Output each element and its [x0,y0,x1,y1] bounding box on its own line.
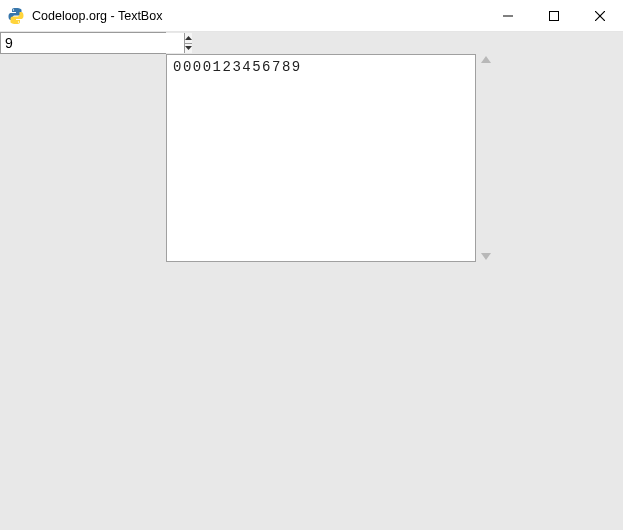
textbox-scrollbar[interactable] [476,54,496,262]
textbox[interactable]: 0000123456789 [166,54,476,262]
textbox-container: 0000123456789 [166,54,496,262]
scroll-down-icon[interactable] [481,253,491,260]
window-title: Codeloop.org - TextBox [32,9,485,23]
maximize-button[interactable] [531,0,577,31]
window-controls [485,0,623,31]
python-icon [8,8,24,24]
spinbox-down-button[interactable] [185,44,192,54]
svg-marker-4 [185,36,192,40]
spinbox-input[interactable] [1,33,184,53]
spinbox[interactable] [0,32,166,54]
titlebar: Codeloop.org - TextBox [0,0,623,32]
svg-rect-1 [550,11,559,20]
minimize-button[interactable] [485,0,531,31]
spinbox-up-button[interactable] [185,33,192,44]
close-button[interactable] [577,0,623,31]
scroll-up-icon[interactable] [481,56,491,63]
svg-marker-5 [185,46,192,50]
client-area: 0000123456789 [0,32,623,530]
spinbox-buttons [184,33,192,53]
